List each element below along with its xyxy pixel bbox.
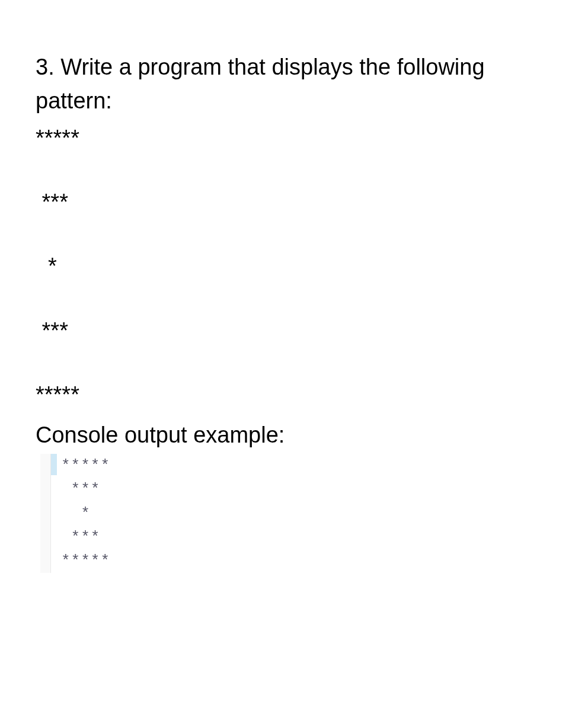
console-line-2: *** [61, 478, 552, 501]
console-line-5: ***** [61, 549, 552, 573]
pattern-line-1: ***** [36, 123, 552, 154]
console-line-4: *** [61, 526, 552, 549]
console-gutter [40, 454, 51, 573]
pattern-line-2: *** [36, 187, 552, 218]
console-line-highlight [51, 454, 57, 475]
pattern-line-4: *** [36, 315, 552, 347]
pattern-line-5: ***** [36, 379, 552, 411]
pattern-line-3: * [36, 251, 552, 282]
question-prompt: 3. Write a program that displays the fol… [36, 50, 552, 118]
console-output-label: Console output example: [36, 422, 552, 448]
pattern-block: ***** *** * *** ***** [36, 123, 552, 411]
console-line-1: ***** [61, 454, 552, 478]
console-output-block: ***** *** * *** ***** [40, 454, 552, 573]
console-line-3: * [61, 502, 552, 526]
